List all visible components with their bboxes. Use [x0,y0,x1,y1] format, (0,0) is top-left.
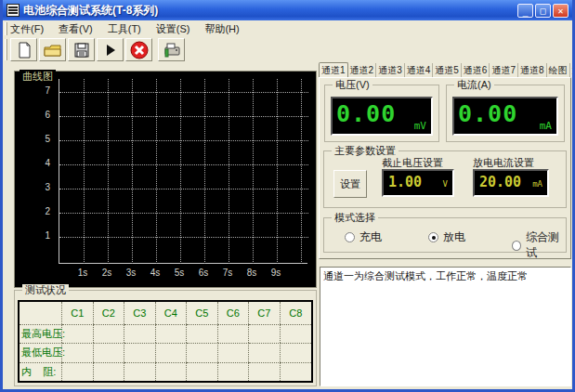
x-tick-label: 8s [242,268,262,278]
voltage-unit: mV [414,120,426,132]
curve-chart-group: 曲线图 76543211s2s3s4s5s6s7s8s9s [14,71,317,288]
new-file-button[interactable] [10,38,37,61]
tab-通道5[interactable]: 通道5 [433,63,462,77]
grid-line [301,79,302,264]
table-row-label: 内 阻: [20,362,62,381]
maximize-button[interactable]: □ [535,4,551,18]
voltage-group: 电压(V) 0.00 mV [324,85,439,142]
tab-通用[interactable]: 通用 [570,63,575,77]
current-group-label: 电流(A) [454,79,494,91]
table-cell [94,343,125,361]
app-window: 电池综合测试系统(T-8系列) _ □ ✕ 文件(F)查看(V)工具(T)设置(… [0,0,575,392]
cutoff-voltage-label: 截止电压设置 [382,156,443,170]
table-row-label: 最低电压: [20,343,62,361]
title-bar: 电池综合测试系统(T-8系列) _ □ ✕ [3,0,572,20]
tab-通道2[interactable]: 通道2 [348,63,377,77]
mode-radio-综合测试[interactable]: 综合测试 [512,229,566,261]
tab-通道7[interactable]: 通道7 [490,63,518,77]
grid-line [156,79,157,264]
table-cell [249,324,281,343]
tab-绘图[interactable]: 绘图 [547,63,570,77]
grid-line [59,237,308,238]
menu-item-4[interactable]: 设置(S) [156,22,190,36]
set-button[interactable]: 设置 [333,170,367,198]
discharge-current-display: 20.00 mA [473,169,549,197]
tab-通道1[interactable]: 通道1 [319,62,348,77]
grid-line [59,140,308,141]
grid-line [84,79,85,264]
toolbar [3,37,572,62]
table-cell [156,362,188,381]
print-button[interactable] [158,38,185,61]
radio-icon [428,232,438,242]
curve-chart: 76543211s2s3s4s5s6s7s8s9s [15,72,316,287]
table-cell [218,362,250,381]
mode-radio-放电[interactable]: 放电 [428,229,465,245]
table-cell [62,324,94,343]
grid-line [59,116,308,117]
main-params-group: 主要参数设置 设置 截止电压设置 1.00 V 放电电流设置 20.00 mA [323,150,567,208]
mode-radio-label: 充电 [359,229,382,245]
y-tick-label: 7 [15,85,50,96]
tab-通道8[interactable]: 通道8 [518,63,547,77]
table-header-cell: C5 [187,302,218,324]
y-tick-label: 5 [15,134,50,144]
close-button[interactable]: ✕ [553,4,568,18]
discharge-current-unit: mA [532,179,542,189]
stop-button[interactable] [125,38,152,61]
toolbar-grip [5,39,7,60]
x-tick-label: 4s [145,268,165,278]
grid-line [59,189,308,189]
tab-通道6[interactable]: 通道6 [462,63,490,77]
table-header-cell: C6 [218,302,250,324]
open-folder-button[interactable] [39,38,66,61]
current-display: 0.00 mA [452,97,558,136]
minimize-button[interactable]: _ [517,4,533,18]
save-button[interactable] [68,38,95,61]
x-tick-label: 2s [97,268,117,278]
mode-select-group: 模式选择 充电放电综合测试 [323,217,567,253]
menu-item-3[interactable]: 工具(T) [108,22,141,36]
current-group: 电流(A) 0.00 mA [446,85,565,142]
tab-通道4[interactable]: 通道4 [405,63,434,77]
x-tick-label: 1s [72,268,93,278]
grid-line [180,79,181,264]
y-tick-label: 6 [15,110,50,120]
channel-tabstrip: 通道1通道2通道3通道4通道5通道6通道7通道8绘图通用 [319,62,571,77]
x-tick-label: 6s [193,268,214,278]
voltage-display: 0.00 mV [331,97,433,136]
y-tick-label: 4 [15,158,50,168]
table-header-cell: C3 [124,302,156,324]
table-cell [218,343,250,361]
print-icon [163,42,181,59]
client-area: 曲线图 76543211s2s3s4s5s6s7s8s9s 测试状况 C1C2C… [3,62,572,389]
table-row-label: 最高电压: [20,324,62,343]
radio-icon [345,232,355,242]
menu-item-2[interactable]: 查看(V) [59,22,93,36]
table-cell [62,343,94,361]
grid-line [277,79,278,264]
mode-radio-label: 综合测试 [526,229,566,261]
x-tick-label: 9s [266,268,286,278]
run-button[interactable] [97,38,124,61]
table-cell [249,362,281,381]
menu-item-5[interactable]: 帮助(H) [204,22,239,36]
tab-通道3[interactable]: 通道3 [376,63,405,77]
y-tick-label: 1 [15,230,50,241]
table-cell [281,362,312,381]
mode-radio-充电[interactable]: 充电 [345,229,382,245]
test-status-table: C1C2C3C4C5C6C7C8最高电压:最低电压:内 阻: [18,300,313,383]
table-cell [156,343,188,361]
table-cell [249,343,281,361]
app-icon [7,4,20,17]
discharge-current-label: 放电电流设置 [473,156,534,170]
menu-item-1[interactable]: 文件(F) [10,22,44,36]
window-title: 电池综合测试系统(T-8系列) [23,3,514,19]
save-icon [73,42,90,59]
status-message-box[interactable]: 通道一为综合测试模式，工作正常，温度正常 [320,267,571,386]
menubar-grip [5,22,7,35]
test-status-group: 测试状况 C1C2C3C4C5C6C7C8最高电压:最低电压:内 阻: [14,290,317,386]
open-folder-icon [44,42,61,59]
new-file-icon [16,42,33,59]
table-header-cell: C7 [249,302,281,324]
